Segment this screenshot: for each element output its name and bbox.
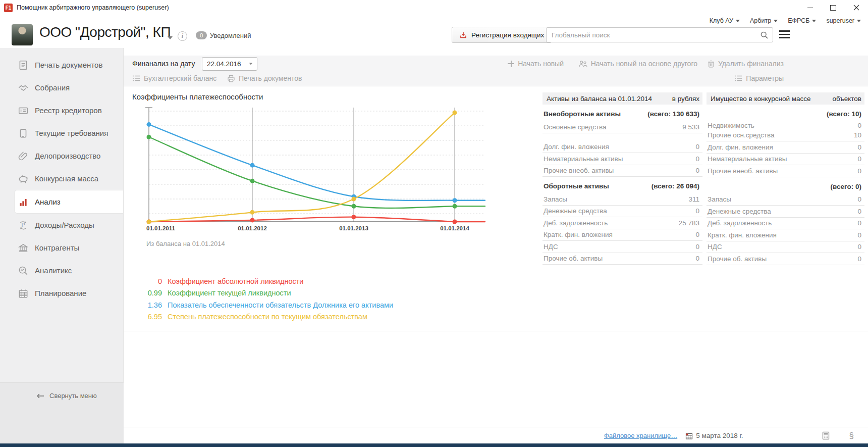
link-arbitr[interactable]: Арбитр xyxy=(750,17,778,24)
solvency-chart-svg: 01.01.201101.01.201201.01.201301.01.2014 xyxy=(129,105,487,233)
notifications-badge[interactable]: 0 xyxy=(196,31,207,39)
table-row: Кратк. фин. вложения0 xyxy=(542,229,702,241)
register-incoming-button[interactable]: Регистрация входящих xyxy=(452,27,552,43)
arrow-left-icon xyxy=(36,393,44,399)
sidebar-item-label: Анализ xyxy=(35,197,61,206)
scroll-icon xyxy=(18,128,29,139)
company-avatar[interactable] xyxy=(12,24,33,45)
row-label: НДС xyxy=(542,243,695,251)
row-label: Деб. задолженность xyxy=(542,219,679,227)
chevron-down-icon[interactable] xyxy=(168,36,173,39)
calendar-icon xyxy=(685,432,693,439)
table-row: НДС0 xyxy=(542,241,702,253)
sidebar-item-analysis[interactable]: Анализ xyxy=(14,190,123,214)
printer-icon xyxy=(227,75,235,82)
company-name[interactable]: ООО "Дорстрой", КП xyxy=(39,24,171,40)
row-label: Прочие внеоб. активы xyxy=(542,167,695,174)
menu-icon[interactable] xyxy=(779,30,790,38)
list-icon xyxy=(734,75,742,82)
link-label: ЕФРСБ xyxy=(788,17,809,24)
finanalysis-date-select[interactable]: 22.04.2016 xyxy=(202,57,257,71)
window-title: Помощник арбитражного управляющего (supe… xyxy=(17,0,169,15)
close-button[interactable] xyxy=(845,0,868,15)
balance-sheet-button[interactable]: Бухгалтерский баланс xyxy=(132,74,216,82)
search-input[interactable] xyxy=(547,31,760,39)
content-divider xyxy=(124,331,868,331)
table-row: Кратк. фин. вложения0 xyxy=(707,229,864,241)
legend-label: Коэффициент абсолютной ликвидности xyxy=(168,277,303,285)
legend-value: 1.36 xyxy=(133,301,162,309)
sidebar-item-label: Доходы/Расходы xyxy=(35,221,94,229)
maximize-button[interactable] xyxy=(822,0,845,15)
minimize-button[interactable] xyxy=(798,0,822,15)
user-menu[interactable]: superuser xyxy=(826,17,861,24)
plus-icon xyxy=(508,61,514,67)
print-documents-button[interactable]: Печать документов xyxy=(227,74,302,82)
collapse-menu-button[interactable]: Свернуть меню xyxy=(36,392,97,400)
chevron-down-icon xyxy=(857,20,861,22)
table-row: Денежные средства0 xyxy=(542,206,702,218)
table-row: Деб. задолженность0 xyxy=(707,218,864,230)
svg-text:01.01.2012: 01.01.2012 xyxy=(238,225,267,231)
link-efrsb[interactable]: ЕФРСБ xyxy=(788,17,816,24)
sidebar-item-print-documents[interactable]: Печать документов xyxy=(0,54,123,76)
sidebar-item-income-expenses[interactable]: ₽ Доходы/Расходы xyxy=(0,214,123,236)
row-label: Запасы xyxy=(542,195,688,203)
solvency-chart: 01.01.201101.01.201201.01.201301.01.2014 xyxy=(129,105,487,233)
calculator-icon[interactable] xyxy=(822,431,830,440)
sidebar-item-analytics[interactable]: Аналитикс xyxy=(0,259,123,282)
info-icon[interactable]: i xyxy=(178,31,187,41)
chart-note: Из баланса на 01.01.2014 xyxy=(146,240,225,247)
sidebar-item-label: Печать документов xyxy=(35,61,102,69)
row-value: (всего: 0) xyxy=(831,183,864,190)
sidebar-item-creditors-register[interactable]: Реестр кредиторов xyxy=(0,99,123,122)
trash-icon xyxy=(708,60,715,68)
sidebar-item-bankruptcy-estate[interactable]: Конкурсная масса xyxy=(0,167,123,190)
row-label: Кратк. фин. вложения xyxy=(542,231,695,238)
row-value: 0 xyxy=(857,208,864,215)
row-value: (всего: 130 633) xyxy=(647,110,702,118)
svg-text:01.01.2014: 01.01.2014 xyxy=(440,225,469,231)
row-label: Нематериальные активы xyxy=(542,155,695,163)
row-value: 0 xyxy=(695,143,702,151)
table-row: Денежные средства0 xyxy=(707,206,864,218)
sidebar-item-counterparties[interactable]: Контрагенты xyxy=(0,236,123,259)
sidebar-item-current-claims[interactable]: Текущие требования xyxy=(0,122,123,144)
table-row: (всего: 10) xyxy=(707,107,864,121)
bank-icon xyxy=(18,242,29,254)
close-icon xyxy=(853,5,859,11)
sidebar-item-planning[interactable]: Планирование xyxy=(0,282,123,305)
sidebar: Печать документов Собрания Реестр кредит… xyxy=(0,48,124,443)
row-value: 0 xyxy=(695,255,702,262)
legend-value: 0.99 xyxy=(133,289,162,297)
delete-finanalysis-button[interactable]: Удалить финанализ xyxy=(708,60,784,68)
row-value: (всего: 26 094) xyxy=(652,182,702,190)
row-value: 10 xyxy=(854,131,864,139)
row-value: 0 xyxy=(695,155,702,163)
sidebar-item-office-work[interactable]: Делопроизводство xyxy=(0,144,123,167)
file-storage-link[interactable]: Файловое хранилище… xyxy=(604,432,677,439)
table-row: Долг. фин. вложения0 xyxy=(707,141,864,154)
row-value: 25 783 xyxy=(679,219,702,227)
quick-links: Клуб АУ Арбитр ЕФРСБ superuser xyxy=(710,17,861,24)
row-value: 0 xyxy=(857,231,864,239)
svg-text:01.01.2013: 01.01.2013 xyxy=(339,225,368,231)
search-icon[interactable] xyxy=(760,31,769,39)
table-row: Запасы0 xyxy=(707,194,864,206)
row-label: Долг. фин. вложения xyxy=(707,143,857,151)
svg-text:01.01.2011: 01.01.2011 xyxy=(146,225,176,231)
row-label: Кратк. фин. вложения xyxy=(707,231,857,239)
sidebar-item-meetings[interactable]: Собрания xyxy=(0,76,123,99)
paragraph-icon[interactable]: § xyxy=(849,431,854,441)
status-date[interactable]: 5 марта 2018 г. xyxy=(685,432,743,439)
sidebar-item-label: Аналитикс xyxy=(35,266,72,275)
legend-label: Степень платежеспособности по текущим об… xyxy=(168,313,367,321)
list-icon xyxy=(132,75,140,82)
start-new-based-button[interactable]: Начать новый на основе другого xyxy=(578,60,697,68)
table-row: Оборотные активы(всего: 26 094) xyxy=(542,179,702,193)
start-new-button[interactable]: Начать новый xyxy=(508,60,564,68)
print-documents-label: Печать документов xyxy=(239,74,302,82)
params-button[interactable]: Параметры xyxy=(734,74,784,82)
table-row: Нематериальные активы0 xyxy=(542,153,702,165)
link-club-au[interactable]: Клуб АУ xyxy=(710,17,740,24)
